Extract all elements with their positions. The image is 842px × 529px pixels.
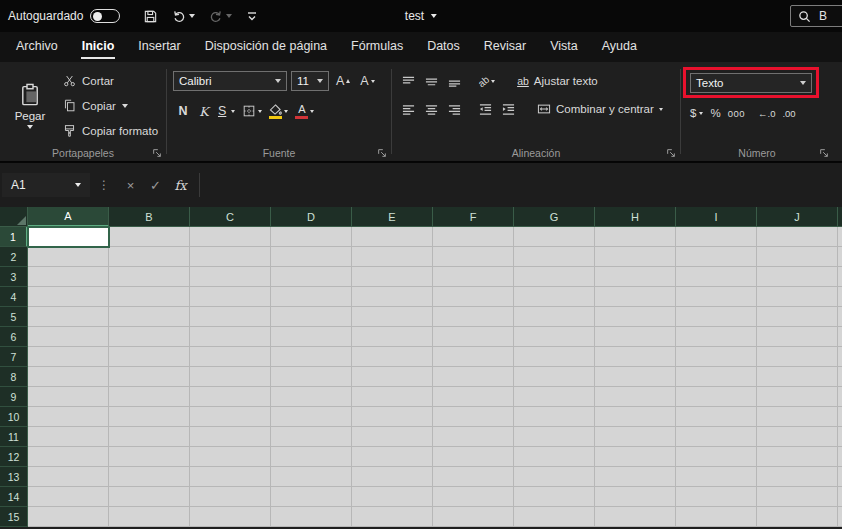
- cell-J8[interactable]: [757, 367, 838, 387]
- cell-C12[interactable]: [190, 447, 271, 467]
- cell-D8[interactable]: [271, 367, 352, 387]
- tab-revisar[interactable]: Revisar: [472, 32, 538, 62]
- cell-J6[interactable]: [757, 327, 838, 347]
- cell-C8[interactable]: [190, 367, 271, 387]
- align-top-button[interactable]: [398, 70, 418, 92]
- cell-A14[interactable]: [28, 487, 109, 507]
- cell-G5[interactable]: [514, 307, 595, 327]
- cell-G10[interactable]: [514, 407, 595, 427]
- currency-format-button[interactable]: $: [690, 107, 703, 119]
- cell-D9[interactable]: [271, 387, 352, 407]
- row-header-8[interactable]: 8: [0, 367, 28, 387]
- cell-F8[interactable]: [433, 367, 514, 387]
- cell-B3[interactable]: [109, 267, 190, 287]
- row-header-15[interactable]: 15: [0, 507, 28, 527]
- cell-I3[interactable]: [676, 267, 757, 287]
- cell-G11[interactable]: [514, 427, 595, 447]
- cell-I15[interactable]: [676, 507, 757, 527]
- cell-H7[interactable]: [595, 347, 676, 367]
- shrink-font-button[interactable]: A: [357, 70, 377, 92]
- cell-A1[interactable]: [28, 227, 109, 247]
- cell-D4[interactable]: [271, 287, 352, 307]
- cell-C14[interactable]: [190, 487, 271, 507]
- cell-C3[interactable]: [190, 267, 271, 287]
- tab-insertar[interactable]: Insertar: [126, 32, 192, 62]
- cell-C13[interactable]: [190, 467, 271, 487]
- font-size-dropdown-icon[interactable]: [317, 79, 323, 83]
- document-title-control[interactable]: test: [405, 9, 437, 23]
- alignment-dialog-launcher[interactable]: [666, 148, 676, 158]
- cell-E2[interactable]: [352, 247, 433, 267]
- title-dropdown-icon[interactable]: [431, 14, 437, 18]
- cell-I5[interactable]: [676, 307, 757, 327]
- decrease-indent-button[interactable]: [475, 98, 495, 120]
- row-header-2[interactable]: 2: [0, 247, 28, 267]
- tab-archivo[interactable]: Archivo: [4, 32, 70, 62]
- number-format-combobox[interactable]: Texto: [690, 73, 812, 93]
- cell-A11[interactable]: [28, 427, 109, 447]
- cell-J10[interactable]: [757, 407, 838, 427]
- cell-C15[interactable]: [190, 507, 271, 527]
- row-header-4[interactable]: 4: [0, 287, 28, 307]
- cell-C5[interactable]: [190, 307, 271, 327]
- insert-function-button[interactable]: fx: [168, 178, 193, 193]
- cell-G3[interactable]: [514, 267, 595, 287]
- cell-F4[interactable]: [433, 287, 514, 307]
- name-box[interactable]: A1: [2, 173, 90, 197]
- row-header-14[interactable]: 14: [0, 487, 28, 507]
- cell-I13[interactable]: [676, 467, 757, 487]
- cell-D14[interactable]: [271, 487, 352, 507]
- font-size-combobox[interactable]: 11: [291, 71, 329, 91]
- cell-E11[interactable]: [352, 427, 433, 447]
- formula-input[interactable]: [199, 173, 842, 197]
- cell-J7[interactable]: [757, 347, 838, 367]
- column-header-C[interactable]: C: [190, 207, 271, 227]
- select-all-corner[interactable]: [0, 207, 28, 227]
- cell-I8[interactable]: [676, 367, 757, 387]
- column-header-H[interactable]: H: [595, 207, 676, 227]
- cell-I12[interactable]: [676, 447, 757, 467]
- formula-bar-handle[interactable]: ⋮: [90, 178, 118, 192]
- cell-H15[interactable]: [595, 507, 676, 527]
- column-header-E[interactable]: E: [352, 207, 433, 227]
- column-header-A[interactable]: A: [28, 207, 109, 227]
- cell-J12[interactable]: [757, 447, 838, 467]
- cell-G8[interactable]: [514, 367, 595, 387]
- cell-J14[interactable]: [757, 487, 838, 507]
- align-bottom-button[interactable]: [444, 70, 464, 92]
- borders-button[interactable]: [239, 100, 265, 122]
- cell-B6[interactable]: [109, 327, 190, 347]
- cell-E1[interactable]: [352, 227, 433, 247]
- cell-E15[interactable]: [352, 507, 433, 527]
- cell-A15[interactable]: [28, 507, 109, 527]
- cell-B1[interactable]: [109, 227, 190, 247]
- cell-A5[interactable]: [28, 307, 109, 327]
- row-header-5[interactable]: 5: [0, 307, 28, 327]
- tab-inicio[interactable]: Inicio: [70, 32, 127, 62]
- cell-H12[interactable]: [595, 447, 676, 467]
- clipboard-dialog-launcher[interactable]: [152, 148, 162, 158]
- align-center-button[interactable]: [421, 98, 441, 120]
- currency-dropdown-icon[interactable]: [699, 112, 703, 115]
- cell-F13[interactable]: [433, 467, 514, 487]
- copy-button[interactable]: Copiar: [63, 96, 158, 115]
- cell-D5[interactable]: [271, 307, 352, 327]
- column-header-G[interactable]: G: [514, 207, 595, 227]
- cell-H4[interactable]: [595, 287, 676, 307]
- italic-button[interactable]: K: [194, 100, 214, 122]
- cell-J4[interactable]: [757, 287, 838, 307]
- redo-button[interactable]: [209, 9, 232, 23]
- cell-B5[interactable]: [109, 307, 190, 327]
- tab-ayuda[interactable]: Ayuda: [590, 32, 649, 62]
- grow-font-button[interactable]: A: [333, 70, 353, 92]
- orientation-button[interactable]: ab: [475, 70, 498, 92]
- merge-center-button[interactable]: Combinar y centrar: [533, 98, 667, 120]
- cell-F12[interactable]: [433, 447, 514, 467]
- cell-J5[interactable]: [757, 307, 838, 327]
- cell-G15[interactable]: [514, 507, 595, 527]
- cell-I11[interactable]: [676, 427, 757, 447]
- cell-F5[interactable]: [433, 307, 514, 327]
- tab-f-rmulas[interactable]: Fórmulas: [339, 32, 415, 62]
- font-name-combobox[interactable]: Calibri: [173, 71, 287, 91]
- cell-E3[interactable]: [352, 267, 433, 287]
